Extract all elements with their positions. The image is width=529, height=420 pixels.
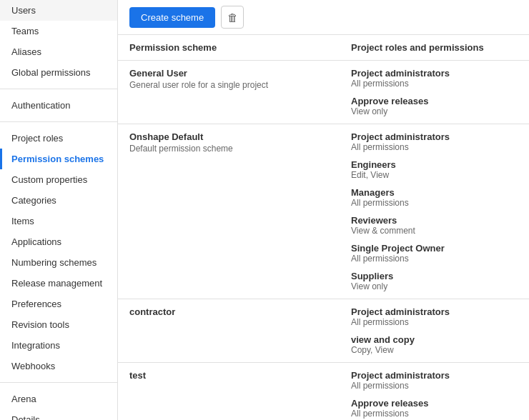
scheme-name: General User <box>129 68 328 79</box>
role-name: Single Project Owner <box>351 243 518 254</box>
role-entry: Project administratorsAll permissions <box>351 306 518 327</box>
scheme-name: contractor <box>129 306 328 317</box>
role-entry: EngineersEdit, View <box>351 159 518 180</box>
role-permission: Copy, View <box>351 345 518 355</box>
table-row: Onshape DefaultDefault permission scheme… <box>118 124 529 299</box>
role-entry: ManagersAll permissions <box>351 187 518 208</box>
sidebar-item-numbering-schemes[interactable]: Numbering schemes <box>0 252 117 273</box>
delete-button[interactable]: 🗑 <box>221 6 244 29</box>
scheme-name: Onshape Default <box>129 131 328 142</box>
sidebar-item-items[interactable]: Items <box>0 211 117 231</box>
role-entry: view and copyCopy, View <box>351 334 518 355</box>
role-name: Engineers <box>351 159 518 170</box>
toolbar: Create scheme 🗑 <box>118 0 529 35</box>
role-name: Project administrators <box>351 306 518 317</box>
role-permission: All permissions <box>351 79 518 89</box>
col-roles-header: Project roles and permissions <box>340 35 529 61</box>
role-name: Project administrators <box>351 370 518 381</box>
scheme-cell: contractor <box>118 299 340 363</box>
trash-icon: 🗑 <box>227 11 238 24</box>
sidebar-item-preferences[interactable]: Preferences <box>0 294 117 314</box>
sidebar-item-global-permissions[interactable]: Global permissions <box>0 62 117 83</box>
scheme-cell: General UserGeneral user role for a sing… <box>118 61 340 124</box>
sidebar-item-authentication[interactable]: Authentication <box>0 95 117 116</box>
sidebar-item-arena[interactable]: Arena <box>0 389 117 409</box>
scheme-name: test <box>129 370 328 381</box>
table-row: testProject administratorsAll permission… <box>118 363 529 421</box>
table-row: General UserGeneral user role for a sing… <box>118 61 529 124</box>
scheme-cell: Onshape DefaultDefault permission scheme <box>118 124 340 299</box>
sidebar-item-aliases[interactable]: Aliases <box>0 41 117 62</box>
role-name: Managers <box>351 187 518 198</box>
sidebar-item-details[interactable]: Details <box>0 409 117 420</box>
sidebar-divider <box>0 89 117 89</box>
sidebar-item-applications[interactable]: Applications <box>0 231 117 252</box>
role-entry: Project administratorsAll permissions <box>351 370 518 391</box>
role-permission: Edit, View <box>351 170 518 180</box>
role-entry: ReviewersView & comment <box>351 215 518 236</box>
sidebar-item-project-roles[interactable]: Project roles <box>0 128 117 149</box>
sidebar-item-custom-properties[interactable]: Custom properties <box>0 169 117 190</box>
role-entry: Approve releasesAll permissions <box>351 398 518 419</box>
scheme-description: General user role for a single project <box>129 80 328 90</box>
role-name: Reviewers <box>351 215 518 226</box>
sidebar-item-revision-tools[interactable]: Revision tools <box>0 314 117 335</box>
sidebar-item-users[interactable]: Users <box>0 0 117 21</box>
main-content: Create scheme 🗑 Permission scheme Projec… <box>118 0 529 420</box>
role-permission: All permissions <box>351 381 518 391</box>
role-permission: All permissions <box>351 142 518 152</box>
role-name: Approve releases <box>351 398 518 409</box>
role-entry: Project administratorsAll permissions <box>351 131 518 152</box>
role-permission: All permissions <box>351 198 518 208</box>
role-permission: View only <box>351 281 518 291</box>
role-name: Suppliers <box>351 271 518 281</box>
roles-cell: Project administratorsAll permissionsApp… <box>340 363 529 421</box>
role-permission: View & comment <box>351 226 518 236</box>
sidebar-divider <box>0 382 117 383</box>
permission-table: Permission scheme Project roles and perm… <box>118 35 529 420</box>
col-scheme-header: Permission scheme <box>118 35 340 61</box>
scheme-cell: test <box>118 363 340 421</box>
roles-cell: Project administratorsAll permissionsApp… <box>340 61 529 124</box>
role-permission: View only <box>351 106 518 116</box>
sidebar-item-release-management[interactable]: Release management <box>0 273 117 294</box>
sidebar-item-categories[interactable]: Categories <box>0 190 117 211</box>
sidebar-item-permission-schemes[interactable]: Permission schemes <box>0 149 117 169</box>
role-name: Project administrators <box>351 68 518 79</box>
role-name: view and copy <box>351 334 518 345</box>
sidebar-divider <box>0 121 117 122</box>
role-permission: All permissions <box>351 317 518 327</box>
create-scheme-button[interactable]: Create scheme <box>129 7 215 28</box>
role-entry: Approve releasesView only <box>351 96 518 116</box>
role-name: Approve releases <box>351 96 518 106</box>
roles-cell: Project administratorsAll permissionsvie… <box>340 299 529 363</box>
role-entry: Project administratorsAll permissions <box>351 68 518 89</box>
role-entry: SuppliersView only <box>351 271 518 291</box>
sidebar-item-teams[interactable]: Teams <box>0 21 117 41</box>
sidebar-item-integrations[interactable]: Integrations <box>0 335 117 356</box>
role-permission: All permissions <box>351 254 518 264</box>
scheme-description: Default permission scheme <box>129 144 328 154</box>
role-name: Project administrators <box>351 131 518 142</box>
sidebar-item-webhooks[interactable]: Webhooks <box>0 356 117 376</box>
sidebar: UsersTeamsAliasesGlobal permissionsAuthe… <box>0 0 118 420</box>
role-entry: Single Project OwnerAll permissions <box>351 243 518 264</box>
table-row: contractorProject administratorsAll perm… <box>118 299 529 363</box>
roles-cell: Project administratorsAll permissionsEng… <box>340 124 529 299</box>
role-permission: All permissions <box>351 409 518 419</box>
